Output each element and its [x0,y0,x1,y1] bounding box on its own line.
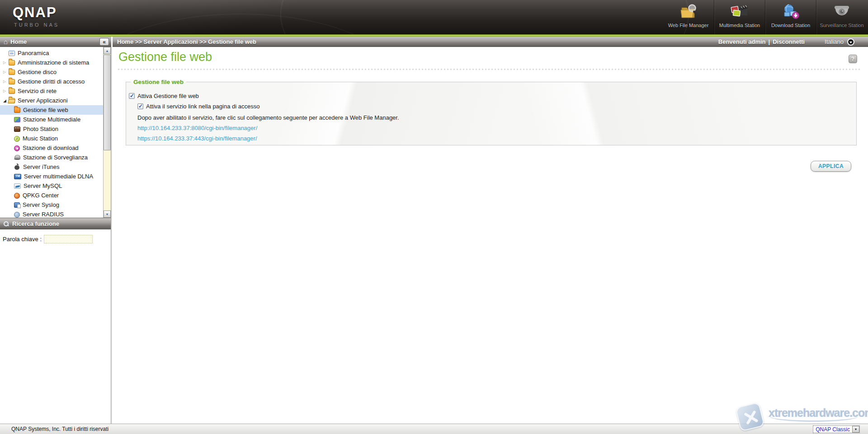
language-dropdown-icon[interactable] [847,38,854,46]
folder-icon [9,60,15,65]
sidebar-item-label: Panoramica [18,50,49,56]
welcome-text: Benvenuti admin [718,38,766,45]
sidebar-item-server-itunes[interactable]: Server iTunes [0,162,103,172]
apple-icon [14,164,20,170]
language-selector[interactable]: Italiano [825,37,854,47]
syslog-icon [14,202,20,208]
folder-icon [9,89,15,94]
http-filemanager-link[interactable]: http://10.164.233.37:8080/cgi-bin/filema… [137,125,257,131]
checkbox-label[interactable]: Attiva Gestione file web [137,93,199,99]
sidebar-panel-header: ⌂ Home « [0,37,111,47]
qnap-admin-window: QNAP TURBO NAS Web File Manager [0,0,868,434]
multimedia-icon [14,117,20,122]
station-multimedia[interactable]: Multimedia Station [714,0,765,34]
sidebar-item-label: Stazione di Sorveglianza [23,154,88,161]
overview-icon [9,51,15,56]
station-download[interactable]: Download Station [765,0,816,34]
folder-icon [9,79,15,84]
station-label: Multimedia Station [719,23,760,28]
sidebar-item-qpkg-center[interactable]: QPKG Center [0,191,103,200]
https-filemanager-link[interactable]: https://10.164.233.37:443/cgi-bin/filema… [137,135,257,142]
qpkg-icon [14,193,20,199]
sidebar-item-server-syslog[interactable]: Server Syslog [0,200,103,210]
title-separator [118,69,862,70]
sidebar-item-server-radius[interactable]: Server RADIUS [0,210,103,218]
search-panel-title: Ricerca funzione [12,220,59,227]
help-button[interactable]: ? [849,55,857,63]
sidebar-item-stazione-di-sorveglianza[interactable]: Stazione di Sorveglianza [0,153,103,162]
sidebar-item-servizio-di-rete[interactable]: Servizio di rete [0,86,103,96]
home-icon: ⌂ [4,39,8,45]
sidebar-item-label: Photo Station [23,126,58,132]
nav-tree: Panoramica Amministrazione di sistema Ge… [0,47,111,218]
sidebar-item-photo-station[interactable]: Photo Station [0,124,103,134]
breadcrumb-bar: Home >> Server Applicazioni >> Gestione … [113,37,868,47]
sidebar-item-label: Gestione disco [18,69,57,75]
orange-folder-icon [14,107,20,113]
sidebar-item-server-multimediale-dlna[interactable]: Server multimediale DLNA [0,172,103,181]
scroll-up-icon[interactable]: ▲ [104,47,111,54]
expand-arrow-icon[interactable] [3,89,9,93]
sidebar-item-label: Gestione file web [23,107,68,113]
scroll-down-icon[interactable]: ▼ [104,210,111,218]
sidebar-item-label: Stazione di download [23,145,79,151]
expand-arrow-icon[interactable] [3,70,9,74]
checkbox-label[interactable]: Attiva il servizio link nella pagina di … [146,103,259,110]
folder-icon [9,70,15,75]
sidebar-item-server-mysql[interactable]: Server MySQL [0,181,103,191]
download-icon [14,145,20,151]
qnap-tagline: TURBO NAS [14,22,59,28]
station-surveillance[interactable]: Surveillance Station [816,0,867,34]
expand-arrow-icon[interactable] [3,61,9,65]
sidebar-item-stazione-multimediale[interactable]: Stazione Multimediale [0,115,103,124]
sidebar-item-label: Server RADIUS [23,211,64,218]
mysql-icon [14,183,21,189]
enable-link-login-page-checkbox[interactable] [137,103,143,109]
station-label: Surveillance Station [820,23,863,28]
sidebar-item-gestione-file-web[interactable]: Gestione file web [0,105,103,115]
sidebar-item-label: Server multimediale DLNA [24,173,93,180]
station-web-file-manager[interactable]: Web File Manager [663,0,714,34]
sidebar-item-amministrazione-di-sistema[interactable]: Amministrazione di sistema [0,58,103,67]
station-label: Web File Manager [668,23,709,28]
sidebar-item-label: Server Applicazioni [18,97,68,104]
dlna-icon [14,174,21,179]
sidebar: Panoramica Amministrazione di sistema Ge… [0,47,111,424]
sidebar-item-server-applicazioni[interactable]: Server Applicazioni [0,96,103,105]
sidebar-item-gestione-diritti-di-accesso[interactable]: Gestione diritti di accesso [0,77,103,86]
sidebar-item-label: Amministrazione di sistema [18,59,89,66]
qnap-logo: QNAP [13,5,57,21]
logout-link[interactable]: Disconnetti [773,38,805,45]
search-panel-header: Ricerca funzione [0,218,111,229]
music-icon [14,136,20,142]
scrollbar-thumb[interactable] [104,55,111,150]
apply-button[interactable]: APPLICA [811,161,851,172]
sidebar-item-label: Server iTunes [23,163,59,170]
expand-arrow-icon[interactable] [3,79,9,84]
photo-station-icon [14,126,20,132]
session-info: Benvenuti admin | Disconnetti [718,37,805,47]
sidebar-item-label: QPKG Center [23,192,59,199]
sidebar-item-gestione-disco[interactable]: Gestione disco [0,67,103,77]
web-file-settings-group: Gestione file web Attiva Gestione file w… [126,79,857,145]
chevron-down-icon[interactable]: ▼ [852,426,859,433]
enable-web-file-manager-checkbox[interactable] [129,93,135,99]
station-label: Download Station [771,23,810,28]
theme-select[interactable]: QNAP Classic ▼ [813,425,860,433]
breadcrumb[interactable]: Home >> Server Applicazioni >> Gestione … [113,38,256,45]
open-folder-icon [9,98,15,103]
tree-scrollbar[interactable]: ▲ ▼ [103,47,111,218]
sidebar-item-panoramica[interactable]: Panoramica [0,48,103,58]
sidebar-item-label: Gestione diritti di accesso [18,78,85,85]
sidebar-item-stazione-di-download[interactable]: Stazione di download [0,143,103,153]
group-legend: Gestione file web [131,79,186,85]
sidebar-item-label: Server MySQL [24,182,62,189]
theme-select-value: QNAP Classic [813,426,852,433]
sidebar-collapse-button[interactable]: « [99,38,109,46]
search-icon [4,221,9,227]
sidebar-item-label: Music Station [23,135,58,142]
search-panel-body: Parola chiave : [0,229,111,424]
footer-bar: QNAP Systems, Inc. Tutti i diritti riser… [0,424,868,434]
sidebar-item-music-station[interactable]: Music Station [0,134,103,143]
keyword-input[interactable] [44,235,93,243]
